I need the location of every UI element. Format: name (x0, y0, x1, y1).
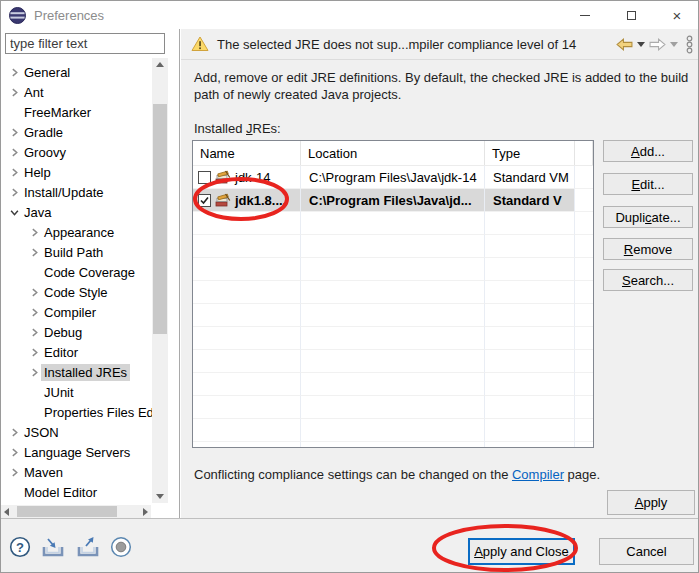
chevron-right-icon[interactable] (7, 126, 21, 138)
tree-item-gradle[interactable]: Gradle (1, 122, 151, 142)
tree-item-label: Install/Update (21, 184, 107, 201)
chevron-right-icon[interactable] (7, 426, 21, 438)
tree-item-compiler[interactable]: Compiler (1, 302, 151, 322)
horizontal-scroll-thumb[interactable] (17, 506, 117, 517)
tree-item-label: Properties Files Edi (41, 404, 160, 421)
jre-library-icon (215, 170, 231, 184)
empty-table-row (193, 350, 593, 373)
tree-item-label: Java (21, 204, 54, 221)
tree-item-label: Build Path (41, 244, 106, 261)
search-button[interactable]: Search... (603, 269, 693, 291)
view-menu-icon[interactable] (685, 35, 694, 54)
jre-row-jdk-14[interactable]: jdk-14C:\Program Files\Java\jdk-14Standa… (193, 166, 593, 189)
chevron-right-icon[interactable] (27, 366, 41, 378)
tree-item-build-path[interactable]: Build Path (1, 242, 151, 262)
column-header-location[interactable]: Location (301, 141, 485, 165)
duplicate-button[interactable]: Duplicate... (603, 206, 693, 228)
jre-table-header: Name Location Type (193, 141, 593, 166)
sidebar-vertical-scrollbar[interactable] (152, 58, 168, 503)
scroll-up-icon[interactable] (156, 62, 164, 67)
record-preferences-icon[interactable] (110, 536, 132, 558)
chevron-right-icon[interactable] (27, 286, 41, 298)
warning-message: The selected JRE does not sup...mpiler c… (217, 37, 576, 52)
tree-item-install-update[interactable]: Install/Update (1, 182, 151, 202)
back-history-dropdown-icon[interactable] (637, 42, 645, 47)
forward-history-dropdown-icon[interactable] (670, 42, 678, 47)
tree-item-ant[interactable]: Ant (1, 82, 151, 102)
jre-library-icon (215, 193, 231, 207)
note-suffix: page. (564, 467, 600, 482)
chevron-placeholder (27, 406, 41, 418)
maximize-button[interactable] (608, 1, 654, 29)
chevron-right-icon[interactable] (7, 446, 21, 458)
tree-item-appearance[interactable]: Appearance (1, 222, 151, 242)
jre-type-cell: Standard VM (485, 166, 575, 189)
compiler-link[interactable]: Compiler (512, 467, 564, 482)
jre-name-cell: jdk-14 (193, 166, 301, 189)
tree-item-debug[interactable]: Debug (1, 322, 151, 342)
empty-table-row (193, 396, 593, 419)
tree-item-label: Groovy (21, 144, 69, 161)
chevron-right-icon[interactable] (27, 246, 41, 258)
tree-item-json[interactable]: JSON (1, 422, 151, 442)
tree-item-code-coverage[interactable]: Code Coverage (1, 262, 151, 282)
tree-item-label: Installed JREs (41, 364, 130, 381)
checkbox-checked[interactable] (198, 194, 211, 207)
tree-item-java[interactable]: Java (1, 202, 151, 222)
scroll-down-icon[interactable] (156, 494, 164, 499)
jre-table-body: jdk-14C:\Program Files\Java\jdk-14Standa… (193, 166, 593, 448)
jre-row-jdk18[interactable]: jdk1.8....C:\Program Files\Java\jd...Sta… (193, 189, 593, 212)
chevron-right-icon[interactable] (7, 86, 21, 98)
chevron-down-icon[interactable] (7, 206, 21, 218)
column-header-name[interactable]: Name (193, 141, 301, 165)
forward-arrow-icon[interactable] (649, 38, 666, 51)
tree-item-editor[interactable]: Editor (1, 342, 151, 362)
chevron-right-icon[interactable] (27, 346, 41, 358)
edit-button[interactable]: Edit... (603, 173, 693, 195)
close-button[interactable]: × (654, 1, 699, 29)
chevron-right-icon[interactable] (27, 326, 41, 338)
minimize-icon (580, 15, 590, 16)
chevron-placeholder (7, 486, 21, 498)
tree-item-language-servers[interactable]: Language Servers (1, 442, 151, 462)
filter-input[interactable] (5, 33, 165, 54)
column-header-type[interactable]: Type (485, 141, 575, 165)
tree-item-model-editor[interactable]: Model Editor (1, 482, 151, 502)
help-icon[interactable]: ? (9, 536, 31, 558)
sidebar-horizontal-scrollbar[interactable] (1, 505, 151, 518)
chevron-right-icon[interactable] (27, 226, 41, 238)
cancel-button[interactable]: Cancel (599, 538, 694, 565)
tree-item-groovy[interactable]: Groovy (1, 142, 151, 162)
chevron-right-icon[interactable] (7, 146, 21, 158)
tree-item-freemarker[interactable]: FreeMarker (1, 102, 151, 122)
tree-item-installed-jres[interactable]: Installed JREs (1, 362, 151, 382)
tree-item-maven[interactable]: Maven (1, 462, 151, 482)
jre-name: jdk1.8.... (235, 193, 286, 208)
vertical-scroll-thumb[interactable] (153, 104, 167, 334)
tree-item-code-style[interactable]: Code Style (1, 282, 151, 302)
chevron-right-icon[interactable] (7, 186, 21, 198)
apply-and-close-button[interactable]: Apply and Close (468, 538, 575, 565)
scroll-right-icon[interactable] (143, 508, 148, 516)
tree-item-general[interactable]: General (1, 62, 151, 82)
back-arrow-icon[interactable] (616, 38, 633, 51)
scroll-left-icon[interactable] (4, 508, 9, 516)
chevron-right-icon[interactable] (7, 166, 21, 178)
page-description: Add, remove or edit JRE definitions. By … (194, 69, 696, 103)
tree-item-junit[interactable]: JUnit (1, 382, 151, 402)
chevron-right-icon[interactable] (7, 466, 21, 478)
empty-table-row (193, 419, 593, 442)
export-preferences-icon[interactable] (75, 536, 101, 558)
checkbox-unchecked[interactable] (198, 171, 211, 184)
chevron-right-icon[interactable] (7, 66, 21, 78)
import-preferences-icon[interactable] (40, 536, 66, 558)
chevron-right-icon[interactable] (27, 306, 41, 318)
tree-item-properties-files-edi[interactable]: Properties Files Edi (1, 402, 151, 422)
apply-button[interactable]: Apply (607, 490, 695, 515)
installed-jres-label: Installed JREs: (194, 121, 281, 136)
tree-item-help[interactable]: Help (1, 162, 151, 182)
remove-button[interactable]: Remove (603, 238, 693, 260)
minimize-button[interactable] (562, 1, 608, 29)
tree-item-label: Maven (21, 464, 66, 481)
add-button[interactable]: Add... (603, 140, 693, 162)
